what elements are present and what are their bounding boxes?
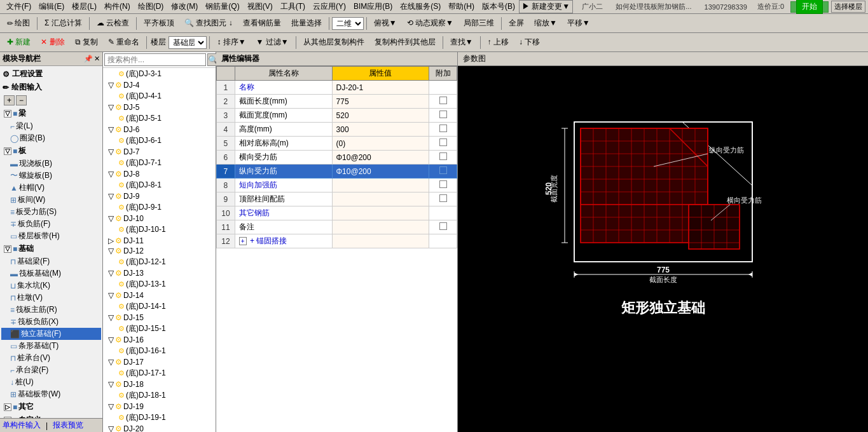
nav-close-btn[interactable]: ✕ <box>94 55 100 63</box>
select-layer-btn[interactable]: 选择楼层 <box>831 1 865 13</box>
row-attach-7[interactable] <box>429 165 457 179</box>
menu-modify[interactable]: 修改(M) <box>167 0 202 13</box>
tree-node-dj8-1[interactable]: ⚙ (底)DJ-8-1 <box>103 179 216 191</box>
nav-item-drawing[interactable]: ✏ 绘图输入 <box>1 81 101 94</box>
btn-view-rebar[interactable]: 查看钢筋量 <box>238 16 286 31</box>
row-value-2[interactable]: 775 <box>332 95 429 109</box>
nav-slab-rebar[interactable]: ≡ 板受力筋(S) <box>1 206 101 218</box>
nav-raft-neg-rebar[interactable]: ∓ 筏板负筋(X) <box>1 316 101 328</box>
nav-found-beam[interactable]: ⊓ 基础梁(F) <box>1 255 101 267</box>
row-value-6[interactable]: Φ10@200 <box>332 151 429 165</box>
checkbox-9[interactable] <box>439 194 447 202</box>
tree-node-dj8[interactable]: ▽ ⚙ DJ-8 <box>103 169 216 179</box>
btn-dynamic[interactable]: ⟲ 动态观察▼ <box>403 16 458 31</box>
nav-raft-main-rebar[interactable]: ≡ 筏板主筋(R) <box>1 304 101 316</box>
tree-node-dj5-1[interactable]: ⚙ (底)DJ-5-1 <box>103 112 216 125</box>
row-value-3[interactable]: 520 <box>332 109 429 123</box>
others-expand[interactable]: ▷ <box>4 403 11 411</box>
tree-node-dj11[interactable]: ▷ ⚙ DJ-11 <box>103 236 216 246</box>
floor-select[interactable]: 基础层 <box>169 36 207 49</box>
tree-node-dj19-1[interactable]: ⚙ (底)DJ-19-1 <box>103 412 216 424</box>
nav-found-band[interactable]: ⊞ 基础板带(W) <box>1 388 101 400</box>
checkbox-5[interactable] <box>439 138 447 146</box>
btn-filter[interactable]: ▼ 过滤▼ <box>252 35 293 50</box>
checkbox-4[interactable] <box>439 125 447 132</box>
nav-pile-cap[interactable]: ⊓ 桩承台(V) <box>1 352 101 364</box>
menu-version[interactable]: 版本号(B) <box>478 0 519 13</box>
menu-view[interactable]: 视图(V) <box>244 0 277 13</box>
nav-beam-L[interactable]: ⌐ 梁(L) <box>1 120 101 132</box>
tree-node-dj9-1[interactable]: ⚙ (底)DJ-9-1 <box>103 201 216 213</box>
tree-node-dj19[interactable]: ▽ ⚙ DJ-19 <box>103 402 216 412</box>
row-value-1[interactable]: DJ-20-1 <box>332 81 429 95</box>
menu-file[interactable]: 文件(F) <box>3 0 35 13</box>
nav-col-cap[interactable]: ▲ 柱帽(V) <box>1 182 101 194</box>
btn-copy-from-floor[interactable]: 从其他层复制构件 <box>299 35 369 50</box>
nav-custom-section[interactable]: ▽ ■ 自定义 <box>1 414 101 418</box>
search-input[interactable] <box>104 53 206 66</box>
tree-node-dj16[interactable]: ▽ ⚙ DJ-16 <box>103 335 216 345</box>
row-attach-2[interactable] <box>429 95 457 109</box>
tree-node-dj17-1[interactable]: ⚙ (底)DJ-17-1 <box>103 367 216 379</box>
btn-find[interactable]: 查找▼ <box>446 35 478 50</box>
start-btn[interactable]: 开始 <box>796 0 823 14</box>
add-icon[interactable]: + <box>4 95 15 105</box>
row-name-10[interactable]: 其它钢筋 <box>235 206 332 220</box>
nav-pin-icon[interactable]: 📌 <box>84 55 93 63</box>
row-attach-6[interactable] <box>429 151 457 165</box>
row-value-10[interactable] <box>332 206 429 220</box>
row-value-11[interactable] <box>332 220 429 234</box>
btn-rename[interactable]: ✎ 重命名 <box>104 35 144 50</box>
row-value-5[interactable]: (0) <box>332 137 429 151</box>
btn-calc[interactable]: Σ 汇总计算 <box>40 16 86 31</box>
tree-node-dj18-1[interactable]: ⚙ (底)DJ-18-1 <box>103 389 216 402</box>
menu-floor[interactable]: 楼层(L) <box>68 0 100 13</box>
row-value-8[interactable] <box>332 179 429 192</box>
row-attach-5[interactable] <box>429 137 457 151</box>
btn-copy[interactable]: ⧉ 复制 <box>71 35 102 50</box>
btn-down[interactable]: ↓ 下移 <box>514 35 544 50</box>
expand-anchor-icon[interactable]: + <box>239 237 247 245</box>
tree-node-dj7[interactable]: ▽ ⚙ DJ-7 <box>103 147 216 157</box>
btn-sort[interactable]: ↕ 排序▼ <box>212 35 250 50</box>
checkbox-6[interactable] <box>439 152 447 160</box>
tree-node-dj4[interactable]: ▽ ⚙ DJ-4 <box>103 80 216 90</box>
slab-expand[interactable]: ▽ <box>4 147 11 155</box>
checkbox-7[interactable] <box>439 166 447 174</box>
tree-node-dj14-1[interactable]: ⚙ (底)DJ-14-1 <box>103 300 216 313</box>
btn-zoom[interactable]: 缩放▼ <box>530 16 561 31</box>
row-name-1[interactable]: 名称 <box>235 81 332 95</box>
menu-cloud[interactable]: 云应用(Y) <box>309 0 350 13</box>
tree-node-dj13-1[interactable]: ⚙ (底)DJ-13-1 <box>103 278 216 290</box>
nav-ring-beam[interactable]: ◯ 圈梁(B) <box>1 132 101 144</box>
btn-cloud-check[interactable]: ☁ 云检查 <box>92 16 134 31</box>
btn-draw[interactable]: ✏ 绘图 <box>3 16 34 31</box>
nav-item-engineering[interactable]: ⚙ 工程设置 <box>1 67 101 81</box>
btn-top-view[interactable]: 俯视▼ <box>369 16 401 31</box>
menu-new-change[interactable]: ▶ 新建变更▼ <box>519 0 573 13</box>
nav-cast-slab[interactable]: ▬ 现浇板(B) <box>1 158 101 170</box>
tree-node-dj6[interactable]: ▽ ⚙ DJ-6 <box>103 125 216 135</box>
btn-delete[interactable]: ✕ 删除 <box>36 35 69 50</box>
tree-node-dj15[interactable]: ▽ ⚙ DJ-15 <box>103 313 216 323</box>
btn-local-3d[interactable]: 局部三维 <box>459 16 499 31</box>
checkbox-8[interactable] <box>439 180 447 188</box>
view-mode-select[interactable]: 二维 三维 <box>332 17 364 30</box>
nav-pile[interactable]: ↓ 桩(U) <box>1 376 101 388</box>
row-attach-3[interactable] <box>429 109 457 123</box>
tree-node-dj20[interactable]: ▽ ⚙ DJ-20 <box>103 424 216 432</box>
checkbox-3[interactable] <box>439 111 447 118</box>
row-name-8[interactable]: 短向加强筋 <box>235 179 332 192</box>
nav-pit[interactable]: ⊔ 集水坑(K) <box>1 280 101 292</box>
menu-steel[interactable]: 钢筋量(Q) <box>202 0 243 13</box>
row-attach-9[interactable] <box>429 192 457 206</box>
nav-floor-band[interactable]: ▭ 楼层板带(H) <box>1 230 101 242</box>
menu-tools[interactable]: 工具(T) <box>277 0 309 13</box>
btn-fullscreen[interactable]: 全屏 <box>504 16 528 31</box>
tree-node-dj6-1[interactable]: ⚙ (底)DJ-6-1 <box>103 135 216 147</box>
checkbox-2[interactable] <box>439 97 447 104</box>
nav-slab-section[interactable]: ▽ ■ 板 <box>1 144 101 158</box>
tree-node-dj14[interactable]: ▽ ⚙ DJ-14 <box>103 290 216 300</box>
tree-node-dj3-1[interactable]: ⚙ (底)DJ-3-1 <box>103 68 216 80</box>
tab-report[interactable]: 报表预览 <box>53 420 83 431</box>
